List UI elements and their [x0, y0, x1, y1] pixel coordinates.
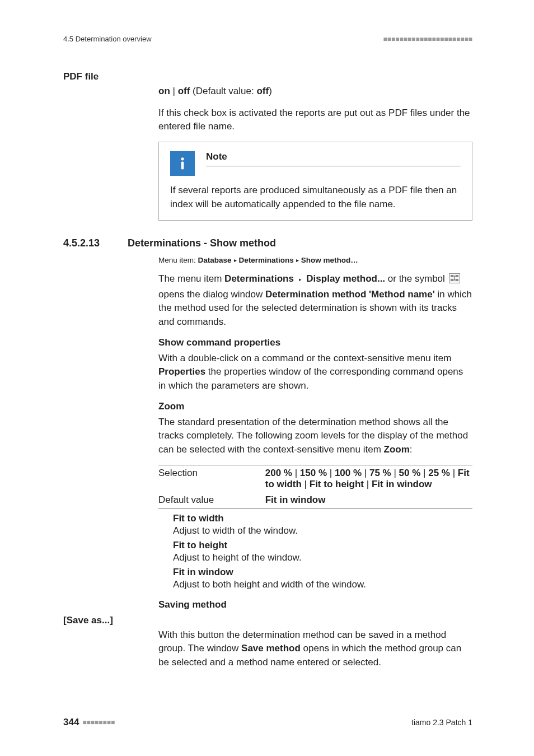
zoom-body: The standard presentation of the determi… — [158, 416, 472, 457]
note-box: Note If several reports are produced sim… — [158, 142, 472, 221]
pdf-body: If this check box is activated the repor… — [158, 106, 472, 134]
footer-right: tiamo 2.3 Patch 1 — [411, 718, 472, 727]
intro-a: The menu item — [158, 273, 224, 284]
header-dots: ■■■■■■■■■■■■■■■■■■■■■■ — [383, 35, 472, 43]
zoom-b: Zoom — [384, 444, 410, 455]
pdf-default-close: ) — [269, 86, 272, 96]
menu-b2: Determinations — [239, 256, 294, 264]
pdf-on: on — [158, 86, 170, 96]
svg-rect-1 — [181, 161, 184, 169]
note-title: Note — [206, 151, 461, 162]
saving-b: Save method — [241, 643, 301, 654]
intro-d: opens the dialog window — [158, 289, 265, 300]
table-row-default: Default value Fit in window — [158, 492, 472, 508]
opt-desc-2: Adjust to both height and width of the w… — [173, 579, 472, 590]
zoom-c: : — [410, 444, 413, 455]
pdf-off: off — [178, 86, 190, 96]
pdf-default-value: off — [256, 86, 269, 96]
opt-desc-1: Adjust to height of the window. — [173, 552, 472, 563]
sel-val-2: 100 % — [335, 468, 362, 478]
table-row-selection: Selection 200 % | 150 % | 100 % | 75 % |… — [158, 465, 472, 492]
svg-rect-5 — [451, 279, 453, 281]
arrow-icon: ▸ — [232, 257, 239, 263]
intro-e: Determination method 'Method name' — [265, 289, 435, 300]
opt-term-0: Fit to width — [173, 513, 472, 524]
arrow-icon: ▸ — [294, 257, 301, 263]
show-cmd-a: With a double-click on a command or the … — [158, 353, 451, 363]
show-cmd-b: Properties — [158, 366, 205, 377]
svg-rect-3 — [451, 275, 453, 277]
pdf-default-label: (Default value: — [190, 86, 256, 96]
running-header-left: 4.5 Determination overview — [63, 35, 152, 43]
section-number: 4.5.2.13 — [63, 237, 128, 249]
arrow-icon: ▸ — [297, 277, 304, 282]
method-tree-icon — [449, 273, 460, 288]
zoom-options: Fit to width Adjust to width of the wind… — [173, 513, 472, 590]
svg-rect-6 — [456, 279, 458, 281]
sel-val-3: 75 % — [369, 468, 391, 478]
show-cmd-title: Show command properties — [158, 337, 472, 348]
note-body: If several reports are produced simultan… — [170, 184, 461, 211]
svg-rect-4 — [456, 275, 458, 277]
default-value: Fit in window — [265, 492, 472, 508]
pdf-default-line: on | off (Default value: off) — [158, 85, 472, 99]
sel-val-0: 200 % — [265, 468, 292, 478]
menu-b3: Show method… — [301, 256, 358, 264]
saving-title: Saving method — [158, 599, 472, 610]
intro-b2: Display method... — [306, 273, 385, 284]
selection-values: 200 % | 150 % | 100 % | 75 % | 50 % | 25… — [265, 465, 472, 492]
opt-term-1: Fit to height — [173, 540, 472, 551]
menu-b1: Database — [198, 256, 232, 264]
opt-term-2: Fit in window — [173, 567, 472, 578]
show-cmd-body: With a double-click on a command or the … — [158, 352, 472, 393]
svg-point-0 — [181, 157, 184, 160]
sel-val-8: Fit in window — [372, 479, 432, 489]
pdf-file-heading: PDF file — [63, 71, 153, 82]
menu-path: Menu item: Database▸Determinations▸Show … — [158, 256, 472, 264]
footer-dots: ■■■■■■■■ — [82, 718, 115, 726]
info-icon — [170, 151, 195, 176]
menu-prefix: Menu item: — [158, 256, 198, 264]
zoom-table: Selection 200 % | 150 % | 100 % | 75 % |… — [158, 465, 472, 508]
opt-desc-0: Adjust to width of the window. — [173, 525, 472, 536]
section-intro: The menu item Determinations ▸ Display m… — [158, 272, 472, 329]
default-label: Default value — [158, 492, 265, 508]
sel-val-4: 50 % — [399, 468, 421, 478]
selection-label: Selection — [158, 465, 265, 492]
section-title: Determinations - Show method — [128, 237, 276, 249]
intro-c: or the symbol — [385, 273, 448, 284]
intro-b1: Determinations — [224, 273, 294, 284]
sel-val-7: Fit to height — [310, 479, 364, 489]
save-as-heading: [Save as...] — [63, 615, 153, 626]
sel-val-5: 25 % — [428, 468, 450, 478]
zoom-a: The standard presentation of the determi… — [158, 417, 468, 455]
saving-body: With this button the determination metho… — [158, 628, 472, 670]
sel-val-1: 150 % — [300, 468, 327, 478]
zoom-title: Zoom — [158, 401, 472, 412]
page-number: 344 — [63, 717, 79, 728]
